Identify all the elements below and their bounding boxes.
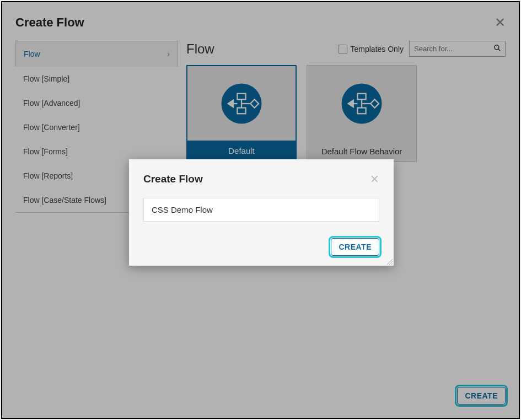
resize-grip-icon[interactable] — [386, 258, 393, 265]
inner-modal-header: Create Flow ✕ — [143, 173, 379, 186]
name-flow-modal: Create Flow ✕ CREATE — [129, 159, 394, 266]
inner-modal-title: Create Flow — [143, 173, 203, 185]
svg-line-22 — [391, 263, 393, 265]
close-icon[interactable]: ✕ — [370, 173, 379, 186]
inner-modal-footer: CREATE — [143, 238, 379, 256]
flow-name-input[interactable] — [143, 198, 379, 222]
inner-create-button[interactable]: CREATE — [331, 238, 379, 256]
